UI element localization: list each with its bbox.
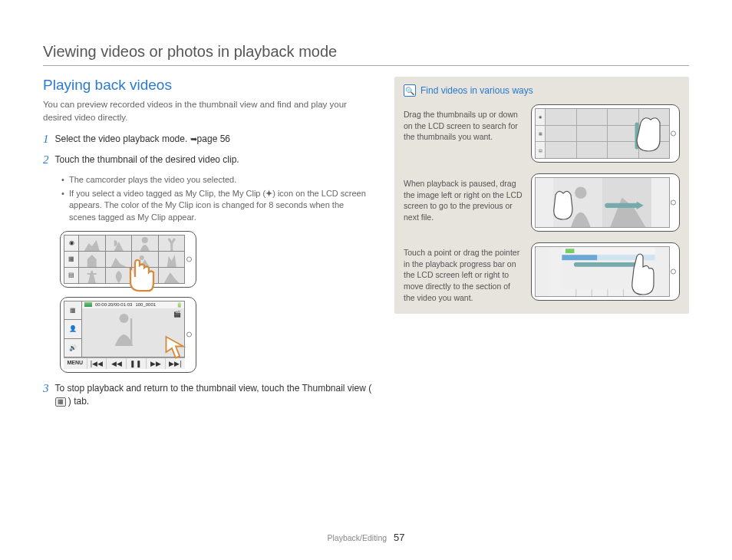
step-1-text-a: Select the video playback mode. [55,133,190,144]
right-column: 🔍 Find videos in various ways Drag the t… [394,77,689,414]
svg-rect-14 [562,255,597,260]
svg-point-0 [142,237,148,243]
tip-3-text: Touch a point or drag the pointer in the… [404,242,523,303]
prev-button: |◀◀ [87,358,107,369]
left-column: Playing back videos You can preview reco… [43,77,373,414]
step-3-text-a: To stop playback and return to the thumb… [55,383,372,394]
tip-1-device: ◉ ▦ ▤ [531,104,680,163]
tip-panel: 🔍 Find videos in various ways Drag the t… [394,77,689,314]
step-1: 1 Select the video playback mode. ➥page … [43,133,373,147]
hand-swipe-vertical-icon [614,109,668,159]
pause-button: ❚❚ [127,358,147,369]
step-2: 2 Touch the thumbnail of the desired vid… [43,153,373,168]
thumbnail-view-icon: ▦ [55,397,66,407]
svg-point-2 [140,255,144,260]
side-icon-volume: 🔊 [64,339,81,357]
bullet-1: The camcorder plays the video you select… [61,174,373,186]
page-footer: Playback/Editing 57 [0,532,732,543]
svg-rect-3 [142,272,148,283]
step-2-text: Touch the thumbnail of the desired video… [55,153,239,168]
next-button: ▶▶| [166,358,185,369]
section-heading: Playing back videos [43,77,373,94]
playback-controls: MENU |◀◀ ◀◀ ❚❚ ▶▶ ▶▶| [64,357,185,369]
myclip-icon: ✦ [265,189,272,198]
hand-point-icon [618,252,661,297]
thumbnail-device-illustration: ◉ ▦ ▤ [60,231,196,288]
page-title: Viewing videos or photos in playback mod… [43,43,689,66]
svg-rect-1 [87,259,97,267]
step-number: 2 [43,152,49,168]
footer-section: Playback/Editing [327,533,387,542]
step-3-text-b: ) tab. [68,396,89,407]
page-number: 57 [394,532,404,543]
tip-3-device [531,242,680,301]
hand-swipe-horizontal-icon [540,186,586,228]
magnifier-icon: 🔍 [404,84,416,97]
side-icon-film: ▤ [64,268,78,283]
tip-2-device [531,173,680,232]
record-badge-icon: 🎬 [173,311,181,318]
step-2-bullets: The camcorder plays the video you select… [61,174,373,223]
side-icon-grid: ▦ [64,301,81,319]
playback-time: 00:00:20/00:01:03 [95,302,132,308]
bullet-2: If you select a video tagged as My Clip,… [61,188,373,223]
svg-point-4 [120,314,129,323]
forward-button: ▶▶ [147,358,167,369]
tip-2-text: When playback is paused, drag the image … [404,173,523,223]
playback-device-illustration: ▦ 00:00:20/00:01:03 100_0001 🔋 [60,297,196,373]
side-icon-camera: ◉ [64,236,78,251]
intro-text: You can preview recorded videos in the t… [43,98,373,124]
tip-1-text: Drag the thumbnails up or down on the LC… [404,104,523,143]
svg-rect-10 [549,247,562,296]
svg-rect-12 [565,249,574,253]
menu-button: MENU [64,358,87,369]
step-number: 3 [43,380,49,408]
side-icon-photo: ▦ [64,252,78,267]
rewind-button: ◀◀ [107,358,127,369]
playback-file: 100_0001 [135,302,156,308]
tip-title: Find videos in various ways [420,85,533,96]
side-icon-person: 👤 [64,320,81,338]
step-1-text-b: page 56 [197,133,230,144]
step-3: 3 To stop playback and return to the thu… [43,382,373,408]
step-number: 1 [43,131,49,147]
page-ref-arrow-icon: ➥ [190,133,197,145]
